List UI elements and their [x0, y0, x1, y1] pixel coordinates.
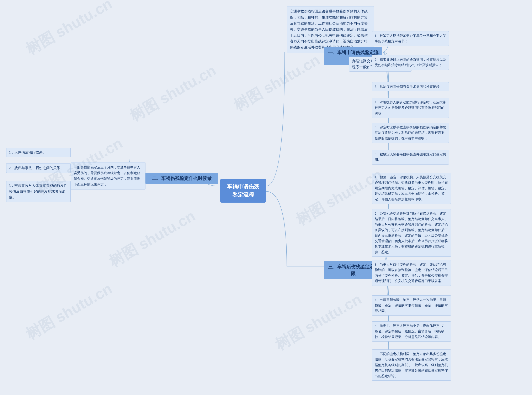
- right-item-l3-3-text: 3、当事人对自行委托的检验、鉴定、评估结论有异议的，可以在接到检验、鉴定、评估结…: [375, 263, 448, 283]
- right-item-l3-5-text: 5、确定书、评定人评定结束后，应制作评定书并签名。评定书包括一般情况、案情介绍、…: [375, 324, 446, 339]
- left-item-3: 3．交通事故对人体直接造成的原发性损伤及由损伤引起的并发症或者后遗症。: [6, 181, 71, 202]
- right-item-l1-1-3: 3、从治疗医院借阅有关手术病历和检查记录；: [372, 82, 449, 91]
- level2-middle-text: 一般是伤情稳定后三个月内，交通事故中有人员受伤的，需要做伤残等级评定，以便制定赔…: [71, 162, 145, 190]
- right-item-l1-1-2-text: 2、携带县级以上医院的诊断证明，检查结果以及受伤初期和治疗终结后的ct、x片及诊…: [375, 58, 446, 67]
- right-item-l3-4: 4、申请重新检验、鉴定、评估以一次为限。重新检验、鉴定、评估的时限与检验、鉴定、…: [372, 295, 451, 316]
- right-item-l1-1-1: 1、被鉴定人应携带加盖办案单位公章和办案人签字的伤残鉴定申请书；: [372, 31, 449, 46]
- right-item-l3-3: 3、当事人对自行委托的检验、鉴定、评估结论有异议的，可以在接到检验、鉴定、评估结…: [372, 260, 451, 286]
- right-item-l3-5: 5、确定书、评定人评定结束后，应制作评定书并签名。评定书包括一般情况、案情介绍、…: [372, 321, 451, 341]
- left-item-2-text: 2．残疾与事故、损伤之间的关系。: [9, 166, 64, 170]
- level1-node-2: 二、车祸伤残鉴定什么时候做: [145, 173, 218, 184]
- right-item-l1-1-5: 5、评定时应以事故直接所致的损伤或确定的并发症治疗终结为准，对治疗尚未终结，因调…: [372, 123, 449, 143]
- right-item-l1-1-2: 2、携带县级以上医院的诊断证明，检查结果以及受伤初期和治疗终结后的ct、x片及诊…: [372, 55, 449, 70]
- watermark-5: 树图 shutu.cn: [22, 279, 116, 344]
- right-item-l3-2-text: 2、公安机关交通管理部门应当在接到检验、鉴定结果后二日内将检验、鉴定结论复印件交…: [375, 212, 448, 254]
- right-item-l3-2: 2、公安机关交通管理部门应当在接到检验、鉴定结果后二日内将检验、鉴定结论复印件交…: [372, 209, 451, 257]
- level1-label-3: 三、车祸后伤残鉴定定时限: [328, 264, 378, 276]
- watermark-4: 树图 shutu.cn: [105, 206, 199, 271]
- left-item-1: 1．人体伤后治疗效果。: [6, 148, 71, 157]
- left-item-1-text: 1．人体伤后治疗效果。: [9, 150, 46, 154]
- right-item-l3-6-text: 6、不同的鉴定机构对同一鉴定对象出具多份鉴定结论，若各鉴定机构均具有法定鉴定资格…: [375, 352, 448, 378]
- top-description-content: 交通事故伤残指因道路交通事故受伤所致的人体残疾，包括：精神的、生理功能的和解剖结…: [290, 9, 368, 49]
- right-item-l1-1-4: 4、对被抚养人的劳动能力进行评定时，还应携带被评定人的身份证及户籍证明和有关政府…: [372, 98, 449, 118]
- right-item-l3-4-text: 4、申请重新检验、鉴定、评估以一次为限。重新检验、鉴定、评估的时限与检验、鉴定、…: [375, 298, 448, 313]
- left-item-2: 2．残疾与事故、损伤之间的关系。: [6, 163, 71, 173]
- watermark-1: 树图 shutu.cn: [22, 0, 116, 60]
- watermark-8: 树图 shutu.cn: [272, 289, 365, 355]
- mindmap-container: 树图 shutu.cn 树图 shutu.cn 树图 shutu.cn 树图 s…: [0, 0, 532, 395]
- right-item-l1-1-3-text: 3、从治疗医院借阅有关手术病历和检查记录；: [375, 85, 443, 88]
- right-item-l3-1: 1、检验、鉴定、评估机构、人员接受公安机关交通管理部门指派、委托或者当事人委托时…: [372, 173, 451, 204]
- watermark-2: 树图 shutu.cn: [126, 60, 220, 126]
- right-item-l1-1-6: 6、被鉴定人需要亲自接受查并缴纳规定的鉴定费用。: [372, 150, 449, 165]
- level2-middle-content: 一般是伤情稳定后三个月内，交通事故中有人员受伤的，需要做伤残等级评定，以便制定赔…: [74, 165, 140, 186]
- right-item-l1-1-1-text: 1、被鉴定人应携带加盖办案单位公章和办案人签字的伤残鉴定申请书；: [375, 34, 446, 43]
- center-label: 车祸申请伤残鉴定流程: [227, 184, 259, 198]
- watermark-6: 树图 shutu.cn: [230, 50, 323, 115]
- connection-lines: [0, 0, 532, 395]
- right-item-l3-1-text: 1、检验、鉴定、评估机构、人员接受公安机关交通管理部门指派、委托或者当事人委托时…: [375, 175, 448, 201]
- right-item-l1-1-6-text: 6、被鉴定人需要亲自接受查并缴纳规定的鉴定费用。: [375, 153, 446, 161]
- left-item-3-text: 3．交通事故对人体直接造成的原发性损伤及由损伤引起的并发症或者后遗症。: [9, 184, 67, 199]
- right-item-l1-1-4-text: 4、对被抚养人的劳动能力进行评定时，还应携带被评定人的身份证及户籍证明和有关政府…: [375, 100, 446, 115]
- center-node: 车祸申请伤残鉴定流程: [220, 179, 266, 203]
- right-item-l3-6: 6、不同的鉴定机构对同一鉴定对象出具多份鉴定结论，若各鉴定机构均具有法定鉴定资格…: [372, 349, 451, 381]
- right-item-l1-1-5-text: 5、评定时应以事故直接所致的损伤或确定的并发症治疗终结为准，对治疗尚未终结，因调…: [375, 126, 446, 140]
- top-description-text: 交通事故伤残指因道路交通事故受伤所致的人体残疾，包括：精神的、生理功能的和解剖结…: [287, 6, 374, 53]
- level1-label-2: 二、车祸伤残鉴定什么时候做: [152, 176, 212, 181]
